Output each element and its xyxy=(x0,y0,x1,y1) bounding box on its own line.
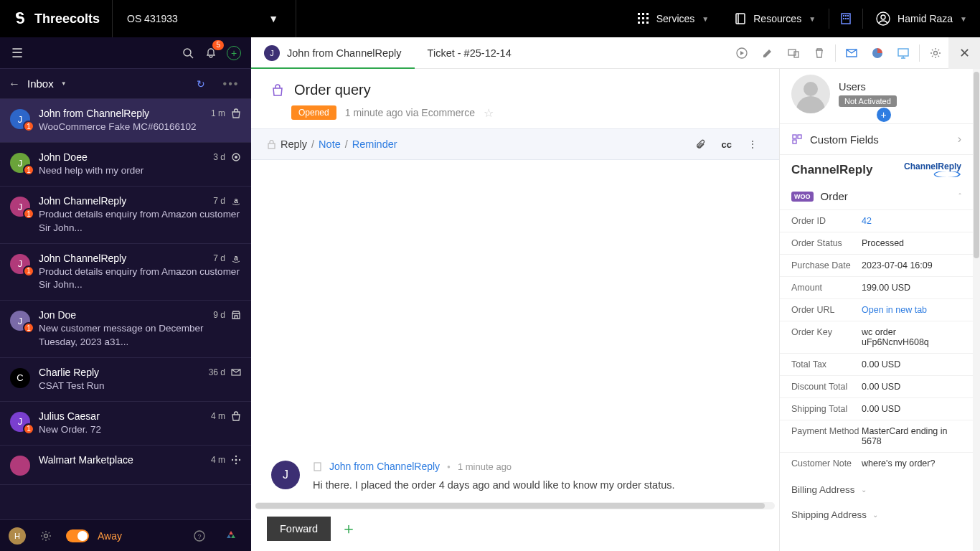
ticket-item[interactable]: J 1 John from ChannelReply 1 m WooCommer… xyxy=(0,99,251,143)
refresh-button[interactable]: ↻ xyxy=(189,72,212,95)
billing-address-section[interactable]: Billing Address ⌄ xyxy=(780,474,973,499)
custom-fields-label: Custom Fields xyxy=(810,133,951,146)
trash-icon xyxy=(814,47,825,59)
message-author[interactable]: John from ChannelReply xyxy=(329,461,440,472)
star-button[interactable]: ☆ xyxy=(484,106,494,120)
delete-button[interactable] xyxy=(806,40,832,66)
more-button[interactable]: ⋮ xyxy=(742,138,763,150)
reply-editor[interactable] xyxy=(251,160,779,311)
field-key: Customer Note xyxy=(791,458,862,468)
field-key: Purchase Date xyxy=(791,260,862,270)
order-field: Order Key wc order uFp6NcnvH608q xyxy=(780,321,973,353)
ticket-avatar: J 1 xyxy=(10,311,30,331)
field-key: Order Key xyxy=(791,327,862,347)
svg-rect-13 xyxy=(847,15,849,17)
field-key: Total Tax xyxy=(791,359,862,369)
status-toggle[interactable] xyxy=(66,529,89,542)
order-field: Customer Note where's my order? xyxy=(780,452,973,474)
close-button[interactable]: ✕ xyxy=(948,37,980,69)
sidebar-header: ☰ 5 + xyxy=(0,37,251,69)
channelreply-title: ChannelReply xyxy=(791,163,872,177)
user-name-label: Users xyxy=(839,81,897,93)
ticket-item[interactable]: C Charlie Reply 36 d CSAT Test Run xyxy=(0,358,251,402)
svg-rect-0 xyxy=(638,13,640,15)
chevron-down-icon: ▼ xyxy=(960,15,967,23)
order-section-header[interactable]: WOO Order ˆ xyxy=(780,180,973,209)
ticket-item[interactable]: Walmart Marketplace 4 m xyxy=(0,446,251,485)
cc-button[interactable]: cc xyxy=(716,139,738,150)
custom-fields-section[interactable]: Custom Fields › xyxy=(780,123,973,154)
play-circle-icon xyxy=(735,47,748,60)
ticket-item[interactable]: J 1 Jon Doe 9 d New customer message on … xyxy=(0,301,251,357)
grid-icon xyxy=(638,13,649,24)
chevron-down-icon[interactable]: ▼ xyxy=(61,80,67,87)
tab-ticket-label: Ticket - #25-12-14 xyxy=(428,47,512,59)
reminder-tab[interactable]: Reminder xyxy=(352,138,397,150)
os-selector[interactable]: OS 431933 ▼ xyxy=(113,0,296,37)
svg-rect-6 xyxy=(638,22,640,24)
field-value[interactable]: Open in new tab xyxy=(862,305,961,315)
search-icon xyxy=(182,47,194,59)
status-badge: Opened xyxy=(291,105,336,120)
svg-point-26 xyxy=(235,456,237,457)
settings-button[interactable] xyxy=(923,40,948,66)
menu-button[interactable]: ☰ xyxy=(6,45,29,61)
order-field: Order URL Open in new tab xyxy=(780,298,973,321)
subject-text: Order query xyxy=(294,82,371,98)
footer-avatar[interactable]: H xyxy=(9,527,26,545)
unread-badge: 1 xyxy=(23,322,34,334)
ticket-item[interactable]: J 1 John ChannelReply 7 d a Product deta… xyxy=(0,187,251,243)
field-value[interactable]: 42 xyxy=(862,216,961,226)
field-value: 199.00 USD xyxy=(862,283,961,293)
main: J John from ChannelReply Ticket - #25-12… xyxy=(251,37,980,551)
ticket-item[interactable]: J 1 John Doee 3 d Need help with my orde… xyxy=(0,143,251,187)
lock-icon xyxy=(267,140,276,149)
add-button[interactable]: + xyxy=(222,42,245,65)
user-name: Hamid Raza xyxy=(897,13,953,24)
h-scrollbar[interactable] xyxy=(255,502,775,509)
email-button[interactable] xyxy=(839,40,864,66)
ticket-preview: New customer message on December Tuesday… xyxy=(39,322,241,348)
ticket-name: John from ChannelReply xyxy=(39,108,205,119)
building-button[interactable] xyxy=(829,0,862,37)
ticket-item[interactable]: J 1 John ChannelReply 7 d a Product deta… xyxy=(0,244,251,301)
user-avatar-icon xyxy=(876,11,890,26)
ticket-avatar: J 1 xyxy=(10,412,30,432)
ticket-item[interactable]: J 1 Julius Caesar 4 m New Order. 72 xyxy=(0,402,251,446)
add-action-button[interactable]: ＋ xyxy=(341,518,357,540)
chart-button[interactable] xyxy=(864,40,890,66)
reply-tab[interactable]: Reply xyxy=(281,138,307,150)
edit-button[interactable] xyxy=(755,40,781,66)
attach-button[interactable] xyxy=(689,139,712,150)
devices-button[interactable] xyxy=(781,40,806,66)
note-tab[interactable]: Note xyxy=(319,138,341,150)
resources-menu[interactable]: Resources ▼ xyxy=(722,0,829,37)
thread: Order query Opened 1 minute ago via Ecom… xyxy=(251,69,779,551)
notifications-button[interactable]: 5 xyxy=(199,42,222,65)
order-field: Payment Method MasterCard ending in 5678 xyxy=(780,420,973,452)
forward-button[interactable]: Forward xyxy=(267,517,331,541)
shipping-address-section[interactable]: Shipping Address ⌄ xyxy=(780,499,973,524)
field-key: Payment Method xyxy=(791,426,862,446)
record-button[interactable] xyxy=(729,40,755,66)
tab-ticket[interactable]: Ticket - #25-12-14 xyxy=(415,37,524,68)
settings-button[interactable] xyxy=(34,524,57,547)
svg-point-21 xyxy=(235,156,237,159)
inbox-label[interactable]: Inbox xyxy=(27,77,54,90)
user-menu[interactable]: Hamid Raza ▼ xyxy=(863,0,980,37)
back-button[interactable]: ← xyxy=(9,77,20,90)
chevron-down-icon: ⌄ xyxy=(872,511,878,519)
services-menu[interactable]: Services ▼ xyxy=(625,0,722,37)
add-user-button[interactable]: + xyxy=(877,108,891,122)
tab-contact[interactable]: J John from ChannelReply xyxy=(251,37,415,68)
display-button[interactable] xyxy=(890,40,916,66)
help-button[interactable]: ? xyxy=(188,524,211,547)
search-button[interactable] xyxy=(176,42,199,65)
svg-rect-35 xyxy=(794,52,798,57)
v-scrollbar[interactable] xyxy=(973,69,980,551)
ticket-time: 36 d xyxy=(209,367,225,377)
apps-button[interactable] xyxy=(220,524,242,547)
field-value: Processed xyxy=(862,238,961,248)
brand[interactable]: Threecolts xyxy=(0,0,113,37)
more-button[interactable]: ••• xyxy=(220,72,242,95)
